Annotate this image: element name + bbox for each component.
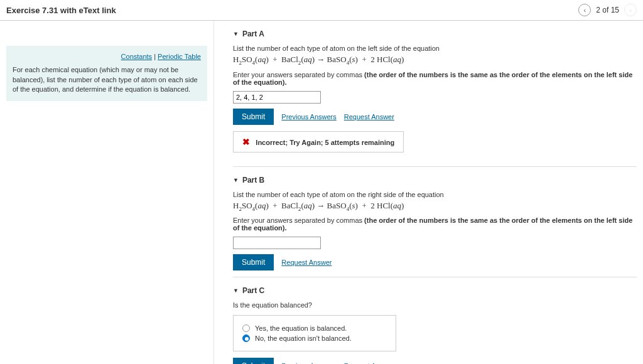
part-a-equation: H2SO4(aq) + BaCl2(aq) → BaSO4(s) + 2 HCl… [233, 55, 637, 66]
caret-down-icon: ▼ [233, 287, 239, 294]
incorrect-icon: ✖ [242, 137, 250, 147]
periodic-table-link[interactable]: Periodic Table [158, 53, 201, 60]
part-a-submit-button[interactable]: Submit [233, 109, 274, 125]
prev-button[interactable]: ‹ [578, 4, 591, 16]
part-c-header[interactable]: ▼ Part C [233, 286, 637, 295]
option-yes[interactable]: Yes, the equation is balanced. [242, 324, 387, 332]
part-c-submit-button[interactable]: Submit [233, 358, 274, 364]
part-a-previous-answers-link[interactable]: Previous Answers [281, 113, 336, 120]
part-b-equation: H2SO4(aq) + BaCl2(aq) → BaSO4(s) + 2 HCl… [233, 201, 637, 212]
page-title: Exercise 7.31 with eText link [6, 6, 116, 15]
part-b-submit-button[interactable]: Submit [233, 254, 274, 270]
constants-link[interactable]: Constants [121, 53, 153, 60]
part-c-prompt: Is the equation balanced? [233, 301, 637, 309]
part-a-feedback: ✖ Incorrect; Try Again; 5 attempts remai… [233, 131, 404, 153]
part-b-instruction: Enter your answers separated by commas (… [233, 217, 637, 232]
next-button[interactable]: › [624, 4, 637, 16]
caret-down-icon: ▼ [233, 177, 239, 183]
option-no[interactable]: No, the equation isn't balanced. [242, 335, 387, 342]
part-b-request-answer-link[interactable]: Request Answer [281, 259, 332, 266]
part-c-options: Yes, the equation is balanced. No, the e… [233, 315, 396, 351]
part-a-prompt: List the number of each type of atom on … [233, 45, 637, 52]
part-b-header[interactable]: ▼ Part B [233, 176, 637, 185]
part-b-prompt: List the number of each type of atom on … [233, 191, 637, 198]
progress-text: 2 of 15 [596, 6, 619, 14]
progress-nav: ‹ 2 of 15 › [578, 4, 637, 16]
part-a-request-answer-link[interactable]: Request Answer [344, 113, 394, 120]
part-b-answer-input[interactable] [233, 237, 321, 249]
part-a-header[interactable]: ▼ Part A [233, 29, 637, 38]
caret-down-icon: ▼ [233, 31, 239, 37]
sidebar-instructions-box: Constants | Periodic Table For each chem… [6, 46, 207, 101]
sidebar-instructions: For each chemical equation (which may or… [13, 65, 201, 94]
radio-unselected-icon [242, 324, 250, 332]
part-a-instruction: Enter your answers separated by commas (… [233, 71, 637, 86]
radio-selected-icon [242, 335, 250, 342]
part-a-answer-input[interactable] [233, 91, 321, 104]
